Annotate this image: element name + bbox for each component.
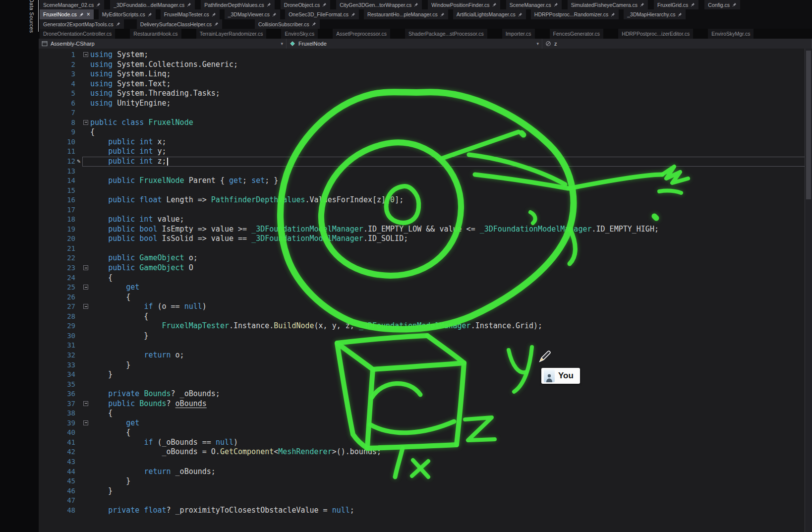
tab-3dfoundatio-delmanager-cs[interactable]: _3DFoundatio...delManager.cs bbox=[110, 0, 195, 9]
pin-icon[interactable] bbox=[351, 12, 355, 17]
tab-assetpreprocessor-cs[interactable]: AssetPreprocessor.cs bbox=[333, 29, 390, 39]
pin-icon[interactable] bbox=[312, 22, 316, 26]
line-number[interactable]: 24 bbox=[39, 273, 75, 283]
close-icon[interactable]: × bbox=[87, 11, 90, 17]
line-number[interactable]: 14 bbox=[39, 176, 75, 186]
line-number[interactable]: 39 bbox=[39, 418, 75, 428]
fold-toggle[interactable] bbox=[82, 50, 90, 60]
pin-icon[interactable] bbox=[322, 2, 327, 7]
pin-icon[interactable] bbox=[96, 2, 101, 7]
line-number[interactable]: 26 bbox=[39, 293, 75, 302]
tab-droneobject-cs[interactable]: DroneObject.cs bbox=[281, 0, 330, 9]
pin-icon[interactable] bbox=[148, 12, 152, 17]
line-number[interactable]: 16 bbox=[39, 195, 75, 205]
pin-icon[interactable] bbox=[732, 2, 737, 7]
line-number[interactable]: 29 bbox=[39, 321, 75, 331]
line-number[interactable]: 19 bbox=[39, 225, 75, 235]
pin-icon[interactable] bbox=[492, 2, 497, 7]
tab-3dmaphierarchy-cs[interactable]: _3DMapHierarchy.cs bbox=[624, 9, 686, 19]
line-number[interactable]: 36 bbox=[39, 389, 75, 399]
line-number[interactable]: 10 bbox=[39, 137, 75, 147]
tab-hdrppostproc-izereditor-cs[interactable]: HDRPPostproc...izerEditor.cs bbox=[618, 29, 693, 39]
pin-icon[interactable] bbox=[214, 22, 219, 26]
data-sources-side-tab[interactable]: Data Sources bbox=[25, 0, 39, 32]
tab-restauranthook-cs[interactable]: RestaurantHook.cs bbox=[130, 29, 181, 39]
code-editor[interactable]: 1using System;2using System.Collections.… bbox=[39, 49, 812, 532]
line-number[interactable]: 41 bbox=[39, 438, 75, 448]
pin-icon[interactable] bbox=[518, 12, 522, 17]
line-number[interactable]: 31 bbox=[39, 341, 75, 351]
line-number[interactable]: 44 bbox=[39, 467, 75, 477]
project-dropdown[interactable]: Assembly-CSharp ▾ bbox=[39, 39, 287, 49]
pin-icon[interactable] bbox=[440, 12, 445, 17]
fold-toggle[interactable] bbox=[82, 263, 90, 273]
tab-onesec3d-fileformat-cs[interactable]: OneSec3D_FileFormat.cs bbox=[285, 9, 359, 19]
line-number[interactable]: 12 bbox=[39, 157, 75, 167]
line-number[interactable]: 46 bbox=[39, 486, 75, 496]
tab-artificiallightsmanager-cs[interactable]: ArtificialLightsManager.cs bbox=[453, 9, 526, 19]
line-number[interactable]: 8 bbox=[39, 118, 75, 128]
line-number[interactable]: 20 bbox=[39, 234, 75, 244]
line-number[interactable]: 34 bbox=[39, 370, 75, 380]
tab-citygen3dgen-torwrapper-cs[interactable]: CityGen3DGen...torWrapper.cs bbox=[336, 0, 422, 9]
tab-collisionsubscriber-cs[interactable]: CollisionSubscriber.cs bbox=[255, 19, 320, 29]
fold-toggle[interactable] bbox=[82, 399, 90, 409]
tab-enviroskymgr-cs[interactable]: EnviroSkyMgr.cs bbox=[708, 29, 754, 39]
line-number[interactable]: 18 bbox=[39, 215, 75, 225]
tab-fruxelnode-cs[interactable]: FruxelNode.cs× bbox=[40, 9, 94, 19]
type-dropdown[interactable]: FruxelNode ▾ bbox=[287, 39, 542, 49]
vertical-scrollbar[interactable] bbox=[805, 49, 812, 532]
tab-3dmapviewer-cs[interactable]: _3DMapViewer.cs bbox=[225, 9, 280, 19]
line-number[interactable]: 40 bbox=[39, 428, 75, 438]
pin-icon[interactable] bbox=[611, 12, 615, 17]
line-number[interactable]: 32 bbox=[39, 351, 75, 360]
fold-toggle[interactable] bbox=[82, 302, 90, 312]
line-number[interactable]: 6 bbox=[39, 99, 75, 109]
tab-pathfinderdepthvalues-cs[interactable]: PathfinderDepthValues.cs bbox=[201, 0, 275, 9]
pin-icon[interactable] bbox=[212, 12, 216, 17]
pin-icon[interactable] bbox=[640, 2, 644, 7]
tab-droneorientationcontroller-cs[interactable]: DroneOrientationController.cs bbox=[40, 29, 115, 39]
tab-fencesgenerator-cs[interactable]: FencesGenerator.cs bbox=[550, 29, 604, 39]
tab-generator2exportmaptools-cs[interactable]: Generator2ExportMapTools.cs bbox=[40, 19, 124, 29]
tab-myeditorscripts-cs[interactable]: MyEditorScripts.cs bbox=[99, 9, 156, 19]
pin-icon[interactable] bbox=[267, 2, 271, 7]
pin-icon[interactable] bbox=[691, 2, 695, 7]
line-number[interactable]: 33 bbox=[39, 360, 75, 370]
pin-icon[interactable] bbox=[272, 12, 277, 17]
line-number[interactable]: 30 bbox=[39, 331, 75, 341]
line-number[interactable]: 5 bbox=[39, 89, 75, 99]
pin-icon[interactable] bbox=[79, 12, 84, 17]
line-number[interactable]: 27 bbox=[39, 302, 75, 312]
line-number[interactable]: 45 bbox=[39, 476, 75, 486]
line-number[interactable]: 17 bbox=[39, 205, 75, 215]
tab-terrainlayerrandomizer-cs[interactable]: TerrainLayerRandomizer.cs bbox=[196, 29, 267, 39]
fold-toggle[interactable] bbox=[82, 283, 90, 293]
tab-hdrppostproc-randomizer-cs[interactable]: HDRPPostproc...Randomizer.cs bbox=[531, 9, 619, 19]
tab-config-cs[interactable]: Config.cs bbox=[704, 0, 740, 9]
scrollbar-thumb[interactable] bbox=[806, 51, 811, 199]
line-number[interactable]: 22 bbox=[39, 253, 75, 263]
line-number[interactable]: 48 bbox=[39, 506, 75, 516]
line-number[interactable]: 38 bbox=[39, 409, 75, 418]
line-number[interactable]: 42 bbox=[39, 447, 75, 457]
tab-fruxelgrid-cs[interactable]: FruxelGrid.cs bbox=[654, 0, 698, 9]
line-number[interactable]: 23 bbox=[39, 263, 75, 273]
tab-restaurantho-plemanager-cs[interactable]: RestaurantHo...pleManager.cs bbox=[364, 9, 448, 19]
tab-deliverysurfaceclasshelper-cs[interactable]: DeliverySurfaceClassHelper.cs bbox=[137, 19, 222, 29]
line-number[interactable]: 25 bbox=[39, 283, 75, 293]
pin-icon[interactable] bbox=[116, 22, 120, 26]
tab-scenemanager-02-cs[interactable]: SceneManager_02.cs bbox=[40, 0, 104, 9]
line-number[interactable]: 35 bbox=[39, 380, 75, 390]
line-number[interactable]: 3 bbox=[39, 69, 75, 79]
pin-icon[interactable] bbox=[414, 2, 418, 7]
line-number[interactable]: 28 bbox=[39, 312, 75, 322]
tab-importer-cs[interactable]: Importer.cs bbox=[502, 29, 535, 39]
fold-toggle[interactable] bbox=[82, 418, 90, 428]
line-number[interactable]: 9 bbox=[39, 127, 75, 137]
tab-simulatedfisheyecamera-cs[interactable]: SimulatedFisheyeCamera.cs bbox=[568, 0, 648, 9]
line-number[interactable]: 43 bbox=[39, 457, 75, 467]
pin-icon[interactable] bbox=[678, 12, 682, 17]
line-number[interactable]: 11 bbox=[39, 147, 75, 157]
tab-fruxelmaptester-cs[interactable]: FruxelMapTester.cs bbox=[161, 9, 220, 19]
